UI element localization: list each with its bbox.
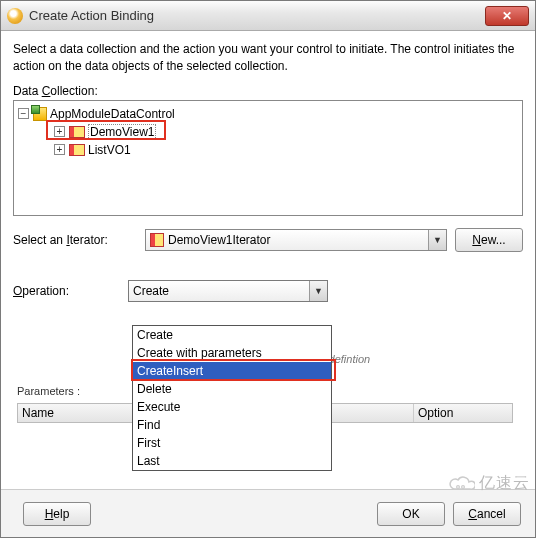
svg-point-1: [462, 485, 465, 488]
iterator-value: DemoView1Iterator: [168, 233, 271, 247]
ok-button[interactable]: OK: [377, 502, 445, 526]
iterator-row: Select an Iterator: DemoView1Iterator ▼ …: [13, 228, 523, 252]
data-collection-label: Data Collection:: [13, 84, 523, 98]
operation-option[interactable]: Create with parameters: [133, 344, 331, 362]
tree-root-label: AppModuleDataControl: [50, 107, 175, 121]
expand-icon[interactable]: +: [54, 126, 65, 137]
tree-node-row[interactable]: + DemoView1: [52, 123, 520, 141]
help-button[interactable]: Help: [23, 502, 91, 526]
watermark: 亿速云: [449, 473, 530, 494]
chevron-down-icon[interactable]: ▼: [309, 281, 327, 301]
expand-icon[interactable]: +: [54, 144, 65, 155]
app-icon: [7, 8, 23, 24]
svg-point-0: [457, 485, 460, 488]
operation-value: Create: [133, 284, 169, 298]
chevron-down-icon[interactable]: ▼: [428, 230, 446, 250]
dialog-content: Select a data collection and the action …: [1, 31, 535, 489]
new-button[interactable]: New...: [455, 228, 523, 252]
close-button[interactable]: ✕: [485, 6, 529, 26]
dialog-window: Create Action Binding ✕ Select a data co…: [0, 0, 536, 538]
collapse-icon[interactable]: −: [18, 108, 29, 119]
iterator-label: Select an Iterator:: [13, 233, 145, 247]
operation-option[interactable]: Find: [133, 416, 331, 434]
col-option-header[interactable]: Option: [414, 404, 512, 422]
viewobject-icon: [69, 126, 85, 138]
operation-dropdown-list[interactable]: Create Create with parameters CreateInse…: [132, 325, 332, 471]
viewobject-icon: [69, 144, 85, 156]
operation-option[interactable]: Create: [133, 326, 331, 344]
operation-option[interactable]: Delete: [133, 380, 331, 398]
dialog-footer: Help OK Cancel: [1, 489, 535, 537]
data-collection-tree[interactable]: − AppModuleDataControl + DemoView1 + Lis…: [13, 100, 523, 216]
operation-label: Operation:: [13, 284, 128, 298]
cloud-icon: [449, 475, 475, 493]
viewobject-icon: [150, 233, 164, 247]
operation-select[interactable]: Create ▼: [128, 280, 328, 302]
titlebar[interactable]: Create Action Binding ✕: [1, 1, 535, 31]
window-title: Create Action Binding: [29, 8, 485, 23]
instruction-text: Select a data collection and the action …: [13, 41, 523, 76]
operation-row: Operation: Create ▼: [13, 280, 523, 302]
tree-node-row[interactable]: + ListVO1: [52, 141, 520, 159]
tree-node-label: DemoView1: [88, 124, 156, 140]
operation-option[interactable]: Last: [133, 452, 331, 470]
operation-option[interactable]: First: [133, 434, 331, 452]
tree-root-row[interactable]: − AppModuleDataControl: [16, 105, 520, 123]
operation-option[interactable]: Execute: [133, 398, 331, 416]
operation-option[interactable]: CreateInsert: [133, 362, 331, 380]
datacontrol-icon: [33, 107, 47, 121]
iterator-select[interactable]: DemoView1Iterator ▼: [145, 229, 447, 251]
cancel-button[interactable]: Cancel: [453, 502, 521, 526]
tree-node-label: ListVO1: [88, 143, 131, 157]
